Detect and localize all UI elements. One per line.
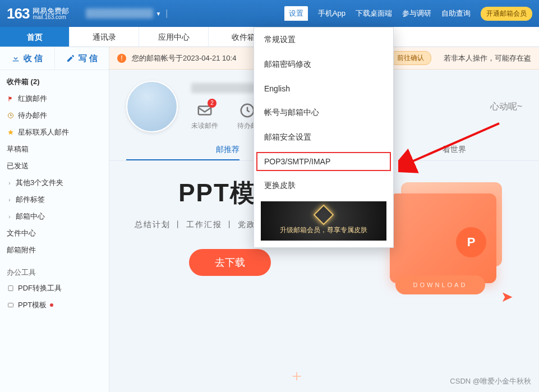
nav-download-desktop[interactable]: 下载桌面端 xyxy=(356,8,392,19)
unread-mail-button[interactable]: 2 未读邮件 xyxy=(191,102,218,131)
svg-rect-1 xyxy=(8,286,13,291)
avatar[interactable] xyxy=(126,81,178,132)
sidebar: 收 信 写 信 收件箱 (2) 红旗邮件 待办邮件 星标联系人邮件 草稿箱 已发 xyxy=(0,47,109,392)
download-button[interactable]: 去下载 xyxy=(189,249,271,276)
top-nav: 设置 手机App 下载桌面端 参与调研 自助查询 开通邮箱会员 xyxy=(284,6,532,21)
nav-settings[interactable]: 设置 xyxy=(284,6,308,21)
svg-rect-2 xyxy=(8,303,13,307)
tab-home[interactable]: 首页 xyxy=(0,27,70,47)
folder-sent[interactable]: 已发送 xyxy=(0,158,109,174)
office-tools-title: 办公工具 xyxy=(0,262,109,280)
folder-starred[interactable]: 星标联系人邮件 xyxy=(0,124,109,141)
menu-change-skin[interactable]: 更换皮肤 xyxy=(254,173,393,198)
compose-mail-button[interactable]: 写 信 xyxy=(54,47,109,70)
divider: | xyxy=(165,8,168,19)
menu-change-password[interactable]: 邮箱密码修改 xyxy=(254,52,393,77)
download-icon xyxy=(11,54,20,63)
clock-icon xyxy=(7,112,15,119)
confirm-button[interactable]: 前往确认 xyxy=(390,51,431,65)
folder-others[interactable]: ›其他3个文件夹 xyxy=(0,174,109,191)
folder-attachments[interactable]: 邮箱附件 xyxy=(0,242,109,259)
unread-label: 未读邮件 xyxy=(191,121,218,131)
logo[interactable]: 163 网易免费邮 mail.163.com xyxy=(7,5,69,22)
menu-security-settings[interactable]: 邮箱安全设置 xyxy=(254,125,393,150)
compose-label: 写 信 xyxy=(79,53,98,64)
folder-mailcenter[interactable]: ›邮箱中心 xyxy=(0,208,109,225)
ppt-icon xyxy=(7,301,15,309)
chevron-right-icon: › xyxy=(7,197,12,203)
tab-contacts[interactable]: 通讯录 xyxy=(70,27,139,47)
ppt-p-icon: P xyxy=(456,227,486,257)
menu-general-settings[interactable]: 常规设置 xyxy=(254,27,393,52)
nav-survey[interactable]: 参与调研 xyxy=(402,8,431,19)
menu-account-center[interactable]: 帐号与邮箱中心 xyxy=(254,100,393,125)
account-email-blurred xyxy=(86,8,153,19)
notice-text: 您的邮箱帐号于2023-04-21 10:4 xyxy=(132,53,236,63)
folder-todo[interactable]: 待办邮件 xyxy=(0,107,109,124)
settings-dropdown: 常规设置 邮箱密码修改 English 帐号与邮箱中心 邮箱安全设置 POP3/… xyxy=(254,27,394,248)
pdf-icon xyxy=(7,284,15,292)
receive-mail-button[interactable]: 收 信 xyxy=(0,47,54,70)
logo-text: 163 xyxy=(7,5,29,22)
skin-upgrade-promo[interactable]: 升级邮箱会员，尊享专属皮肤 xyxy=(261,201,386,241)
notification-dot-icon xyxy=(50,303,53,307)
nav-selfhelp[interactable]: 自助查询 xyxy=(441,8,471,19)
feed-tab-world[interactable]: 看世界 xyxy=(443,145,522,160)
chevron-right-icon: › xyxy=(7,214,12,220)
topbar: 163 网易免费邮 mail.163.com ▼ | 设置 手机App 下载桌面… xyxy=(0,0,539,27)
folder-labels[interactable]: ›邮件标签 xyxy=(0,191,109,208)
logo-cn: 网易免费邮 xyxy=(33,7,69,15)
tab-appcenter[interactable]: 应用中心 xyxy=(139,27,209,47)
edit-icon xyxy=(66,54,75,63)
menu-pop3-smtp-imap[interactable]: POP3/SMTP/IMAP xyxy=(254,150,393,173)
cursor-icon: ➤ xyxy=(501,288,513,306)
unread-badge: 2 xyxy=(208,99,216,108)
download-pill: DOWNLOAD xyxy=(395,275,485,294)
menu-english[interactable]: English xyxy=(254,77,393,100)
chevron-down-icon: ▼ xyxy=(155,11,161,17)
notice-warning: 若非本人操作，可能存在盗 xyxy=(444,53,531,63)
folder-inbox[interactable]: 收件箱 (2) xyxy=(0,73,109,90)
feed-tab-recommend[interactable]: 邮推荐 xyxy=(126,145,239,160)
folder-drafts[interactable]: 草稿箱 xyxy=(0,141,109,158)
alert-icon: ! xyxy=(117,54,126,63)
hero-slogan: 心动呢~ xyxy=(417,101,522,113)
nav-mobile-app[interactable]: 手机App xyxy=(318,8,345,19)
logo-en: mail.163.com xyxy=(33,15,69,20)
plus-decoration-icon: ＋ xyxy=(289,365,305,386)
watermark: CSDN @唯爱小金牛秋秋 xyxy=(450,376,531,386)
svg-rect-3 xyxy=(199,106,211,114)
vip-upgrade-button[interactable]: 开通邮箱会员 xyxy=(481,7,532,21)
chevron-right-icon: › xyxy=(7,180,12,186)
tool-pdf-convert[interactable]: PDF转换工具 xyxy=(0,280,109,297)
diamond-icon xyxy=(314,204,334,225)
flag-icon xyxy=(7,95,15,103)
folder-list: 收件箱 (2) 红旗邮件 待办邮件 星标联系人邮件 草稿箱 已发送 ›其他3个文… xyxy=(0,70,109,262)
star-icon xyxy=(7,128,15,136)
card-front: P xyxy=(390,193,496,283)
folder-redflag[interactable]: 红旗邮件 xyxy=(0,90,109,107)
skin-promo-text: 升级邮箱会员，尊享专属皮肤 xyxy=(280,225,367,235)
folder-filecenter[interactable]: 文件中心 xyxy=(0,225,109,242)
tool-ppt-template[interactable]: PPT模板 xyxy=(0,297,109,313)
receive-label: 收 信 xyxy=(24,53,43,64)
account-dropdown[interactable]: ▼ | xyxy=(86,8,170,19)
